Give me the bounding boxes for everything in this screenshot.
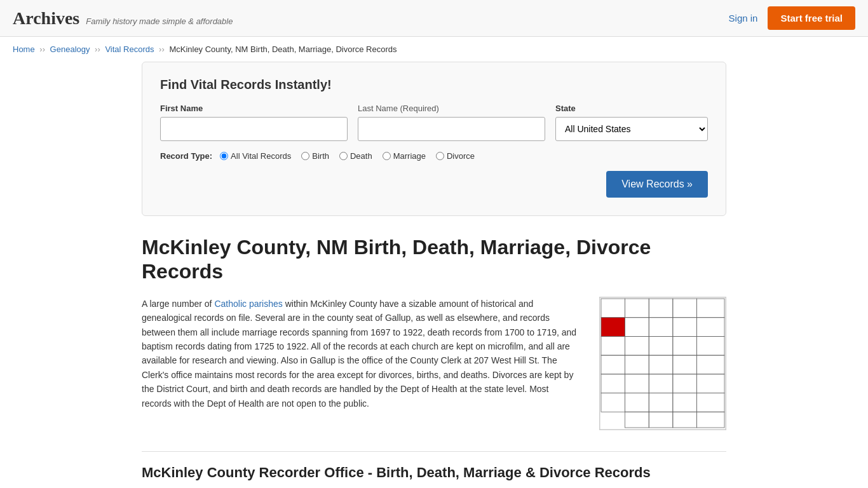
tagline: Family history made simple & affordable [86, 17, 233, 26]
main-content: Find Vital Records Instantly! First Name… [129, 62, 739, 488]
nm-map [599, 297, 726, 430]
record-type-death-radio[interactable] [339, 152, 348, 160]
recorder-title: McKinley County Recorder Office - Birth,… [142, 464, 726, 481]
first-name-label: First Name [160, 104, 348, 113]
state-select[interactable]: All United States Alabama Alaska New Mex… [555, 117, 708, 141]
last-name-group: Last Name (Required) [358, 104, 545, 141]
breadcrumb-genealogy[interactable]: Genealogy [50, 44, 90, 54]
state-label: State [555, 104, 708, 113]
last-name-required: (Required) [400, 104, 439, 113]
recorder-section: McKinley County Recorder Office - Birth,… [142, 451, 726, 488]
record-type-death[interactable]: Death [339, 151, 372, 161]
form-row: First Name Last Name (Required) State Al… [160, 104, 708, 141]
breadcrumb: Home ›› Genealogy ›› Vital Records ›› Mc… [0, 37, 868, 62]
record-type-divorce[interactable]: Divorce [436, 151, 475, 161]
record-type-birth[interactable]: Birth [301, 151, 329, 161]
breadcrumb-current: McKinley County, NM Birth, Death, Marria… [169, 44, 397, 54]
first-name-input[interactable] [160, 117, 348, 141]
svg-rect-6 [601, 318, 625, 337]
start-trial-button[interactable]: Start free trial [768, 6, 855, 30]
content-area: A large number of Catholic parishes with… [142, 297, 726, 432]
record-type-divorce-radio[interactable] [436, 152, 444, 160]
state-group: State All United States Alabama Alaska N… [555, 104, 708, 141]
breadcrumb-sep-2: ›› [95, 44, 102, 54]
breadcrumb-home[interactable]: Home [13, 44, 35, 54]
last-name-label: Last Name (Required) [358, 104, 545, 113]
record-type-row: Record Type: All Vital Records Birth Dea… [160, 151, 708, 161]
catholic-parishes-link[interactable]: Catholic parishes [214, 299, 282, 309]
logo: Archives [13, 8, 79, 29]
record-type-marriage[interactable]: Marriage [383, 151, 426, 161]
record-type-marriage-radio[interactable] [383, 152, 391, 160]
breadcrumb-sep-1: ›› [39, 44, 47, 54]
content-text: A large number of Catholic parishes with… [142, 297, 580, 432]
header-right: Sign in Start free trial [729, 6, 855, 30]
record-type-birth-radio[interactable] [301, 152, 309, 160]
view-records-button[interactable]: View Records » [606, 171, 708, 198]
map-container [599, 297, 726, 432]
header-left: Archives Family history made simple & af… [13, 8, 233, 29]
view-records-row: View Records » [160, 171, 708, 198]
breadcrumb-sep-3: ›› [159, 44, 166, 54]
sign-in-link[interactable]: Sign in [729, 13, 758, 24]
record-type-all-radio[interactable] [220, 152, 228, 160]
last-name-input[interactable] [358, 117, 545, 141]
page-title: McKinley County, NM Birth, Death, Marria… [142, 235, 726, 284]
search-title: Find Vital Records Instantly! [160, 78, 708, 92]
record-type-all[interactable]: All Vital Records [220, 151, 291, 161]
first-name-group: First Name [160, 104, 348, 141]
site-header: Archives Family history made simple & af… [0, 0, 868, 37]
search-box: Find Vital Records Instantly! First Name… [142, 62, 726, 216]
record-type-label: Record Type: [160, 151, 212, 161]
breadcrumb-vital-records[interactable]: Vital Records [105, 44, 154, 54]
svg-rect-0 [600, 297, 726, 430]
body-paragraph: A large number of Catholic parishes with… [142, 297, 580, 410]
